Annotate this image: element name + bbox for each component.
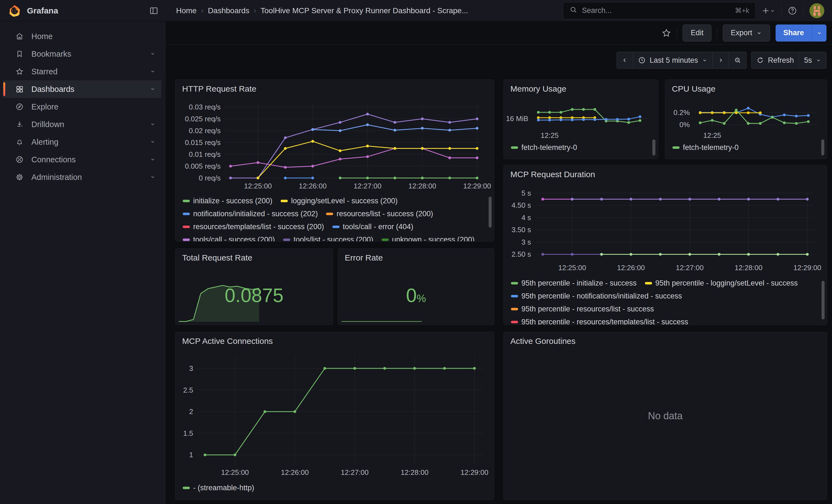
- svg-text:12:26:00: 12:26:00: [281, 468, 309, 477]
- svg-text:0.015 req/s: 0.015 req/s: [185, 138, 220, 147]
- legend-swatch: [183, 226, 190, 228]
- chevron-down-icon[interactable]: [150, 137, 156, 147]
- dashboards-grid-icon: [16, 85, 24, 93]
- legend-item[interactable]: fetch-telemetry-0: [672, 143, 739, 152]
- legend-scrollbar[interactable]: [652, 139, 655, 155]
- legend-item[interactable]: 95th percentile - resources/templates/li…: [511, 318, 688, 325]
- panel-title[interactable]: Error Rate: [345, 253, 383, 262]
- chevron-down-icon[interactable]: [150, 50, 156, 59]
- legend-swatch: [382, 239, 389, 241]
- breadcrumb-home[interactable]: Home: [176, 6, 197, 15]
- mcp-active-connections-chart[interactable]: 12:25:0012:26:0012:27:0012:28:0012:29:00…: [178, 350, 491, 482]
- panel-title[interactable]: Total Request Rate: [182, 253, 252, 262]
- sidebar-item-home[interactable]: Home: [3, 27, 161, 45]
- total-request-rate-value: 0.0875: [176, 266, 333, 325]
- time-range-picker[interactable]: Last 5 minutes: [633, 52, 712, 69]
- legend-item[interactable]: tools/call - error (404): [332, 222, 414, 231]
- legend-scrollbar[interactable]: [489, 197, 492, 228]
- sidebar-item-bookmarks[interactable]: Bookmarks: [3, 45, 161, 63]
- chevron-down-icon[interactable]: [150, 173, 156, 182]
- chevron-left-icon: [622, 57, 628, 63]
- share-dropdown-button[interactable]: [812, 25, 827, 42]
- legend-label: initialize - success (200): [193, 197, 272, 205]
- bell-icon: [16, 138, 24, 146]
- divider: [677, 27, 677, 38]
- panel-title[interactable]: HTTP Request Rate: [182, 84, 256, 94]
- legend-item[interactable]: fetch-telemetry-0: [511, 143, 577, 152]
- svg-text:5 s: 5 s: [521, 189, 531, 197]
- legend-item[interactable]: resources/templates/list - success (200): [183, 222, 324, 231]
- chevron-down-icon: [816, 30, 822, 36]
- favorite-star-button[interactable]: [661, 28, 671, 38]
- breadcrumb-dashboards[interactable]: Dashboards: [208, 6, 249, 15]
- panel-title[interactable]: Memory Usage: [510, 84, 566, 94]
- sidebar-item-dashboards[interactable]: Dashboards: [3, 80, 161, 98]
- legend-item[interactable]: resources/list - success (200): [326, 210, 433, 218]
- legend-item[interactable]: 95th percentile - notifications/initiali…: [511, 292, 682, 300]
- sidebar-item-drilldown[interactable]: Drilldown: [3, 115, 161, 133]
- legend-item[interactable]: tools/list - success (200): [283, 236, 373, 241]
- time-forward-button[interactable]: [712, 52, 729, 69]
- legend-item[interactable]: notifications/initialized - success (202…: [183, 210, 318, 218]
- memory-usage-chart[interactable]: 12:2516 MiB: [506, 97, 655, 142]
- mcp-request-duration-chart[interactable]: 12:25:0012:26:0012:27:0012:28:0012:29:00…: [506, 183, 824, 277]
- sidebar-item-starred[interactable]: Starred: [3, 63, 161, 80]
- legend-label: tools/call - error (404): [343, 222, 414, 231]
- legend-item[interactable]: tools/call - success (200): [183, 236, 275, 241]
- user-avatar[interactable]: [809, 3, 824, 18]
- panel-title[interactable]: MCP Active Connections: [182, 337, 273, 346]
- brand-area: Grafana: [0, 4, 166, 17]
- plus-icon: [761, 7, 770, 15]
- home-icon: [16, 32, 24, 41]
- cpu-usage-chart[interactable]: 12:250.2%0%: [668, 97, 824, 142]
- compass-icon: [16, 103, 24, 111]
- svg-text:4 s: 4 s: [521, 213, 531, 222]
- panel-title[interactable]: CPU Usage: [672, 84, 716, 94]
- chevron-down-icon[interactable]: [150, 85, 156, 94]
- chevron-down-icon[interactable]: [150, 120, 156, 129]
- legend-label: fetch-telemetry-0: [521, 143, 577, 152]
- legend-item[interactable]: unknown - success (200): [382, 236, 475, 241]
- time-range-group: Last 5 minutes: [617, 52, 747, 69]
- sidebar-item-explore[interactable]: Explore: [3, 98, 161, 115]
- connections-icon: [16, 155, 24, 164]
- svg-text:2: 2: [189, 407, 193, 416]
- sidebar-item-label: Administration: [31, 173, 82, 182]
- legend-item[interactable]: initialize - success (200): [183, 197, 272, 205]
- sidebar-item-label: Bookmarks: [31, 50, 71, 59]
- legend-swatch: [511, 282, 518, 285]
- legend-scrollbar[interactable]: [822, 281, 825, 319]
- help-button[interactable]: [788, 6, 797, 16]
- sidebar-item-connections[interactable]: Connections: [3, 151, 161, 168]
- time-back-button[interactable]: [617, 52, 633, 69]
- legend-item[interactable]: logging/setLevel - success (200): [281, 197, 397, 205]
- svg-text:3.50 s: 3.50 s: [512, 226, 531, 234]
- question-mark-icon: [788, 6, 797, 16]
- search-input[interactable]: Search... ⌘+k: [563, 2, 755, 19]
- chevron-down-icon[interactable]: [150, 155, 156, 164]
- sidebar-item-administration[interactable]: Administration: [3, 168, 161, 186]
- share-button[interactable]: Share: [776, 25, 812, 42]
- refresh-button[interactable]: Refresh: [751, 52, 799, 69]
- refresh-interval-picker[interactable]: 5s: [799, 52, 827, 69]
- chevron-down-icon[interactable]: [150, 67, 156, 76]
- divider: [717, 27, 717, 38]
- zoom-out-button[interactable]: [729, 52, 747, 69]
- svg-text:12:28:00: 12:28:00: [408, 182, 436, 190]
- legend-item[interactable]: 95th percentile - logging/setLevel - suc…: [645, 279, 798, 288]
- panel-title[interactable]: MCP Request Duration: [510, 170, 595, 179]
- http-request-rate-chart[interactable]: 12:25:0012:26:0012:27:0012:28:0012:29:00…: [178, 97, 491, 195]
- legend-scrollbar[interactable]: [821, 139, 824, 155]
- clock-icon: [638, 56, 646, 64]
- export-button[interactable]: Export: [723, 25, 770, 42]
- legend-swatch: [645, 282, 652, 285]
- legend-item[interactable]: 95th percentile - initialize - success: [511, 279, 636, 288]
- legend-swatch: [283, 239, 290, 241]
- sidebar-item-alerting[interactable]: Alerting: [3, 133, 161, 151]
- add-new-button[interactable]: [761, 7, 775, 15]
- legend-item[interactable]: - (streamable-http): [183, 484, 254, 492]
- edit-button[interactable]: Edit: [683, 25, 711, 42]
- legend-swatch: [332, 226, 339, 228]
- legend-item[interactable]: 95th percentile - resources/list - succe…: [511, 305, 654, 313]
- sidebar-toggle-icon[interactable]: [149, 6, 158, 16]
